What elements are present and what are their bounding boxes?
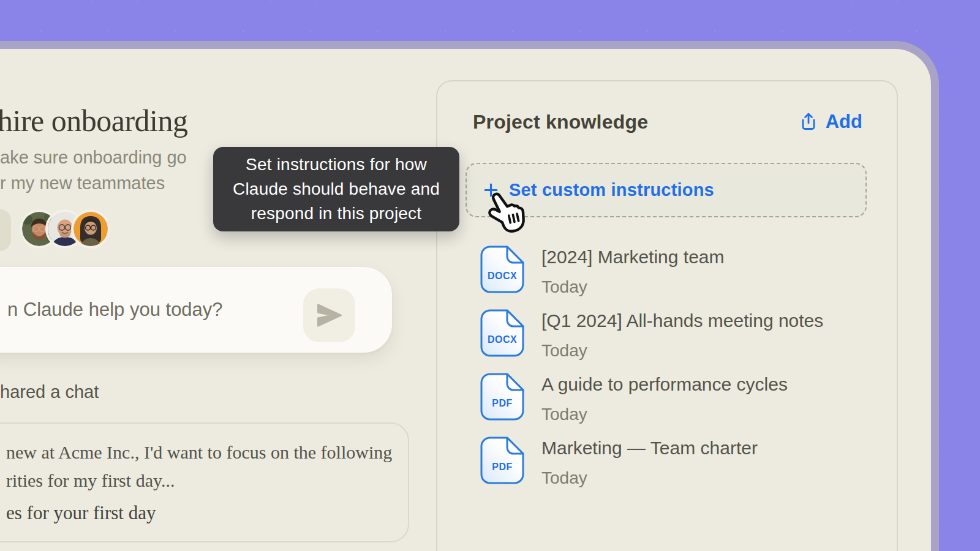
add-button-label: Add — [826, 111, 862, 133]
document-date: Today — [541, 405, 587, 424]
project-knowledge-card: Project knowledge Add Set custom instruc… — [436, 80, 898, 551]
add-button[interactable]: Add — [799, 111, 862, 133]
set-custom-instructions-label: Set custom instructions — [509, 180, 714, 200]
pdf-file-icon: PDF — [480, 437, 524, 484]
member-pill-partial[interactable] — [0, 209, 11, 251]
project-knowledge-title: Project knowledge — [473, 111, 648, 133]
document-date: Today — [541, 277, 587, 297]
docx-file-icon: DOCX — [480, 246, 524, 293]
document-title: [2024] Marketing team — [541, 247, 725, 268]
screenshot-stage: hire onboarding ake sure onboarding go r… — [0, 0, 980, 551]
shared-chat-label: hared a chat — [0, 382, 99, 402]
file-type-badge: DOCX — [488, 271, 517, 281]
pdf-file-icon: PDF — [480, 373, 524, 421]
document-title: Marketing — Team charter — [541, 438, 758, 459]
tooltip-line3: respond in this project — [251, 201, 422, 226]
document-date: Today — [541, 341, 587, 361]
chat-input[interactable]: n Claude help you today? — [0, 267, 392, 353]
send-button[interactable] — [303, 288, 355, 342]
project-description: ake sure onboarding go r my new teammate… — [0, 144, 187, 196]
tooltip-line1: Set instructions for how — [246, 152, 427, 177]
shared-chat-preview-card[interactable]: new at Acme Inc., I'd want to focus on t… — [0, 422, 409, 542]
file-type-badge: PDF — [492, 462, 513, 472]
send-icon — [315, 303, 344, 328]
document-date: Today — [541, 468, 587, 488]
upload-icon — [799, 112, 818, 132]
chat-preview-text: new at Acme Inc., I'd want to focus on t… — [6, 438, 383, 495]
avatar-woman[interactable] — [71, 209, 110, 249]
tooltip: Set instructions for how Claude should b… — [213, 147, 459, 231]
project-description-line2: r my new teammates — [0, 170, 187, 196]
docx-file-icon: DOCX — [480, 309, 524, 357]
file-type-badge: PDF — [492, 398, 513, 408]
tooltip-line2: Claude should behave and — [233, 177, 440, 201]
document-title: A guide to performance cycles — [541, 374, 788, 395]
project-title: hire onboarding — [0, 103, 187, 138]
chat-preview-heading: es for your first day — [6, 502, 156, 524]
chat-preview-line2: rities for my first day... — [6, 467, 383, 495]
chat-input-placeholder: n Claude help you today? — [7, 267, 223, 353]
document-title: [Q1 2024] All-hands meeting notes — [541, 310, 823, 331]
project-description-line1: ake sure onboarding go — [0, 144, 187, 170]
chat-preview-line1: new at Acme Inc., I'd want to focus on t… — [6, 438, 383, 467]
file-type-badge: DOCX — [488, 334, 517, 345]
project-knowledge-header: Project knowledge Add — [473, 110, 862, 134]
